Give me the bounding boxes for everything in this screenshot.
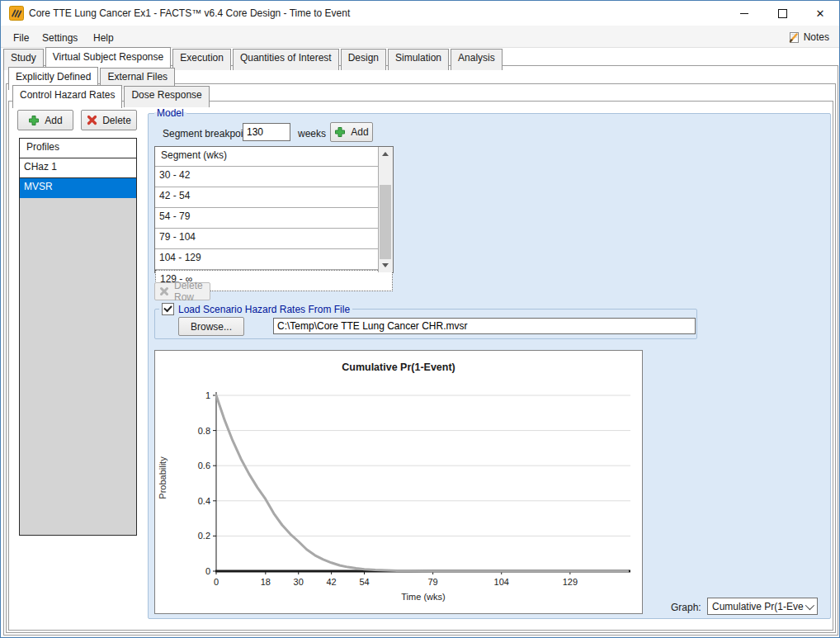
scrollbar-thumb[interactable]	[380, 185, 391, 259]
profile-row-mvsr[interactable]: MVSR	[20, 178, 136, 198]
chevron-up-icon	[382, 152, 389, 156]
delete-row-label: Delete Row	[174, 280, 210, 303]
red-x-icon	[87, 115, 97, 125]
svg-text:0.6: 0.6	[198, 461, 210, 470]
file-path-input[interactable]	[273, 318, 696, 334]
tab-design[interactable]: Design	[341, 49, 386, 70]
maximize-icon	[778, 9, 787, 18]
svg-text:54: 54	[359, 577, 369, 587]
load-file-checkbox[interactable]	[162, 303, 174, 315]
chart-x-axis-label: Time (wks)	[216, 592, 630, 602]
segment-breakpoint-input[interactable]	[243, 123, 290, 141]
hazard-tab-strip: Control Hazard Rates Dose Response	[12, 85, 211, 107]
tab-control-hazard-rates[interactable]: Control Hazard Rates	[12, 85, 122, 108]
segment-row[interactable]: 30 - 42	[155, 167, 393, 187]
svg-text:1: 1	[205, 390, 210, 400]
notes-button[interactable]: Notes	[784, 29, 833, 45]
scroll-up-button[interactable]	[379, 147, 392, 161]
tab-analysis[interactable]: Analysis	[451, 49, 503, 70]
delete-row-button[interactable]: Delete Row	[154, 282, 210, 300]
window-title: Core TTE Lung Cancer Ex1 - FACTS™ v6.4 C…	[29, 7, 350, 19]
add-profile-label: Add	[45, 115, 62, 126]
svg-text:0: 0	[205, 566, 210, 576]
segments-column-header: Segment (wks)	[155, 147, 393, 167]
segment-breakpoint-label: Segment breakpoint:	[163, 128, 254, 139]
add-profile-button[interactable]: Add	[17, 110, 73, 130]
minimize-button[interactable]	[725, 1, 763, 26]
svg-text:18: 18	[261, 577, 271, 587]
tab-execution[interactable]: Execution	[172, 49, 231, 70]
segment-row[interactable]: 104 - 129	[155, 249, 393, 270]
graph-selector-dropdown[interactable]: Cumulative Pr(1-Eve	[707, 598, 818, 615]
svg-text:0.8: 0.8	[198, 426, 210, 436]
menu-bar	[1, 26, 839, 48]
delete-profile-label: Delete	[102, 115, 131, 126]
chart-plot-area: 00.20.40.60.8101830425479104129	[155, 351, 642, 613]
plus-icon	[334, 126, 346, 138]
chevron-down-icon	[382, 263, 389, 267]
app-logo-icon	[9, 6, 24, 21]
chart-y-axis-label: Probability	[158, 416, 168, 540]
delete-profile-button[interactable]: Delete	[81, 110, 137, 130]
segment-row[interactable]: 54 - 79	[155, 208, 393, 229]
plus-icon	[28, 115, 40, 126]
svg-text:42: 42	[327, 577, 337, 587]
tab-simulation[interactable]: Simulation	[388, 49, 449, 70]
chart-title: Cumulative Pr(1-Event)	[155, 362, 642, 373]
profile-row-chaz1[interactable]: CHaz 1	[20, 158, 136, 178]
load-file-label: Load Scenario Hazard Rates From File	[178, 304, 350, 315]
add-segment-label: Add	[351, 126, 368, 138]
app-window: Core TTE Lung Cancer Ex1 - FACTS™ v6.4 C…	[0, 0, 840, 638]
notes-pencil-icon	[787, 31, 800, 44]
browse-label: Browse...	[191, 321, 232, 333]
svg-text:30: 30	[294, 577, 304, 587]
profiles-list: Profiles CHaz 1 MVSR	[19, 138, 137, 536]
close-button[interactable]: ✕	[801, 1, 839, 26]
svg-text:104: 104	[494, 577, 509, 587]
menu-help[interactable]: Help	[88, 30, 119, 46]
weeks-label: weeks	[298, 128, 326, 139]
menu-settings[interactable]: Settings	[37, 30, 83, 46]
title-bar: Core TTE Lung Cancer Ex1 - FACTS™ v6.4 C…	[1, 1, 839, 26]
scroll-down-button[interactable]	[379, 258, 392, 272]
tab-dose-response[interactable]: Dose Response	[124, 86, 209, 107]
model-groupbox-label: Model	[154, 107, 186, 119]
segment-row[interactable]: 79 - 104	[155, 229, 393, 249]
svg-text:129: 129	[563, 577, 578, 587]
svg-text:0.4: 0.4	[198, 496, 210, 506]
segment-row[interactable]: 42 - 54	[155, 187, 393, 208]
chevron-down-icon	[805, 601, 814, 610]
notes-label: Notes	[804, 31, 829, 43]
browse-button[interactable]: Browse...	[178, 317, 244, 336]
segments-scrollbar[interactable]	[378, 147, 393, 272]
gray-x-icon	[159, 286, 169, 296]
svg-text:0.2: 0.2	[198, 531, 210, 541]
add-segment-button[interactable]: Add	[330, 122, 373, 142]
segments-table: Segment (wks) 30 - 42 42 - 54 54 - 79 79…	[154, 146, 394, 273]
hazard-chart: 00.20.40.60.8101830425479104129 Cumulati…	[154, 350, 643, 614]
profiles-list-header: Profiles	[20, 139, 136, 158]
svg-text:79: 79	[428, 577, 438, 587]
svg-text:0: 0	[214, 577, 219, 587]
minimize-icon	[740, 13, 748, 14]
graph-selector-value: Cumulative Pr(1-Eve	[712, 601, 804, 612]
graph-selector-label: Graph:	[671, 602, 701, 613]
tab-quantities-of-interest[interactable]: Quantities of Interest	[233, 49, 339, 70]
close-icon: ✕	[816, 8, 825, 19]
load-file-groupbox-label: Load Scenario Hazard Rates From File	[159, 303, 352, 315]
menu-file[interactable]: File	[8, 30, 34, 46]
maximize-button[interactable]	[763, 1, 801, 26]
